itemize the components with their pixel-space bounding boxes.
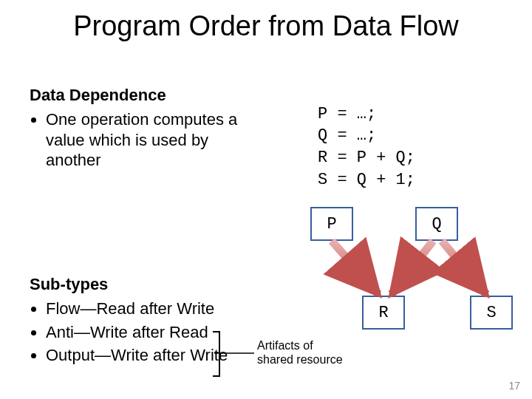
slide-title: Program Order from Data Flow — [0, 10, 532, 42]
data-dependence-bullet: One operation computes a value which is … — [46, 109, 244, 171]
artifacts-caption-line2: shared resource — [257, 352, 343, 366]
code-line-1: P = …; — [318, 105, 376, 123]
subtype-output: Output—Write after Write — [46, 345, 259, 366]
artifacts-caption: Artifacts of shared resource — [257, 338, 343, 366]
code-block: P = …; Q = …; R = P + Q; S = Q + 1; — [318, 81, 415, 191]
page-number: 17 — [508, 380, 520, 392]
node-P: P — [310, 207, 353, 241]
subtype-bracket — [213, 331, 220, 377]
code-line-3: R = P + Q; — [318, 149, 415, 167]
code-line-4: S = Q + 1; — [318, 171, 415, 189]
node-R: R — [362, 296, 405, 330]
subtype-flow: Flow—Read after Write — [46, 299, 259, 319]
subtypes-heading: Sub-types — [30, 275, 108, 294]
code-line-2: Q = …; — [318, 126, 376, 145]
node-Q: Q — [415, 207, 458, 241]
artifacts-caption-line1: Artifacts of — [257, 338, 343, 352]
data-dependence-heading: Data Dependence — [30, 86, 166, 105]
subtype-anti: Anti—Write after Read — [46, 322, 259, 343]
node-S: S — [470, 296, 513, 330]
